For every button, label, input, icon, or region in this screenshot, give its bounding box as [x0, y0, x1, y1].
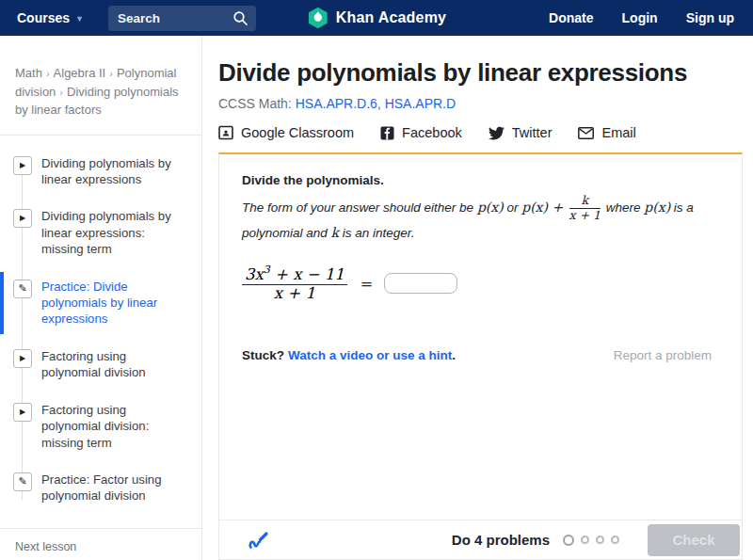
stuck-text: Stuck?Watch a video or use a hint. [242, 346, 456, 363]
top-navbar: Courses ▼ Khan Academy DonateLoginSign u… [0, 0, 753, 36]
share-google-classroom-button[interactable]: Google Classroom [218, 125, 354, 140]
exercise-panel: Divide the polynomials. The form of your… [218, 152, 743, 560]
check-button[interactable]: Check [648, 524, 740, 556]
answer-input[interactable] [384, 273, 457, 294]
stuck-label: Stuck? [242, 348, 284, 362]
ccss-prefix: CCSS Math: [218, 96, 296, 111]
lesson-list: ▶Dividing polynomials by linear expressi… [0, 136, 201, 528]
sidebar-item-label: Practice: Factor using polynomial divisi… [41, 472, 184, 504]
share-label: Email [601, 125, 635, 140]
khan-academy-logo[interactable]: Khan Academy [307, 0, 446, 36]
search-input[interactable] [118, 11, 232, 25]
breadcrumb-link[interactable]: Algebra II [54, 66, 106, 80]
sidebar-item-label: Factoring using polynomial division [41, 348, 184, 381]
instruction-math: p(x) + [521, 200, 567, 215]
sidebar-item-video[interactable]: ▶Factoring using polynomial division: mi… [0, 392, 201, 461]
instruction-math: p(x) [477, 200, 504, 215]
exercise-instruction: The form of your answer should either be… [242, 194, 712, 244]
sidebar-item-video[interactable]: ▶Dividing polynomials by linear expressi… [0, 145, 201, 199]
share-facebook-button[interactable]: Facebook [380, 125, 462, 140]
progress-dot [581, 536, 589, 544]
share-email-button[interactable]: Email [578, 125, 635, 140]
share-label: Facebook [402, 125, 462, 140]
email-icon [578, 127, 594, 139]
sidebar-item-exercise[interactable]: ✎Practice: Divide polynomials by linear … [0, 268, 201, 338]
fraction-denominator: x + 1 [242, 285, 347, 303]
lesson-sidebar: Math›Algebra II›Polynomial division›Divi… [0, 36, 202, 560]
instruction-text: where [602, 200, 644, 215]
play-icon: ▶ [13, 349, 32, 368]
share-twitter-button[interactable]: Twitter [489, 125, 553, 140]
ccss-separator: , [377, 96, 385, 111]
fraction-numerator: 3x3 + x − 11 [242, 264, 347, 285]
progress-dot [611, 536, 619, 544]
hint-period: . [452, 348, 456, 362]
nav-link-login[interactable]: Login [622, 10, 658, 25]
expression-row: 3x3 + x − 11 x + 1 = [242, 264, 712, 303]
breadcrumb: Math›Algebra II›Polynomial division›Divi… [0, 36, 201, 135]
scratchpad-pen-icon [246, 527, 271, 552]
instruction-text: is an integer. [339, 226, 415, 240]
instruction-math: p(x) [644, 200, 670, 215]
sidebar-item-label: Dividing polynomials by linear expressio… [41, 155, 184, 188]
progress-dots [563, 535, 619, 546]
brand-name: Khan Academy [336, 9, 446, 26]
sidebar-item-label: Factoring using polynomial division: mis… [41, 402, 184, 451]
ccss-line: CCSS Math: HSA.APR.D.6, HSA.APR.D [218, 96, 743, 111]
next-lesson-block: Next lesson Polynomial Remainder The... [0, 529, 201, 560]
chevron-down-icon: ▼ [75, 14, 84, 24]
sidebar-item-exercise[interactable]: ✎Practice: Factor using polynomial divis… [0, 461, 201, 515]
sidebar-item-label: Dividing polynomials by linear expressio… [41, 208, 184, 257]
search-box[interactable] [108, 6, 256, 31]
play-icon: ▶ [13, 403, 32, 422]
share-label: Google Classroom [241, 125, 354, 140]
progress-dot [563, 535, 574, 546]
exercise-footer: Do 4 problems Check [219, 520, 742, 559]
chevron-right-icon: › [109, 68, 113, 79]
courses-menu-button[interactable]: Courses ▼ [17, 10, 84, 25]
share-label: Twitter [512, 125, 553, 140]
progress-label: Do 4 problems [452, 532, 550, 548]
sidebar-item-video[interactable]: ▶Factoring using polynomial division [0, 338, 201, 392]
instruction-text: or [504, 200, 522, 215]
progress-dot [596, 536, 604, 544]
main-content: Divide polynomials by linear expressions… [202, 36, 753, 560]
breadcrumb-link[interactable]: Math [15, 66, 42, 80]
ccss-standard-link[interactable]: HSA.APR.D [385, 96, 456, 111]
nav-link-donate[interactable]: Donate [549, 10, 593, 25]
google-classroom-icon [218, 125, 233, 140]
courses-label: Courses [17, 10, 70, 25]
next-lesson-label: Next lesson [15, 540, 186, 553]
pencil-icon: ✎ [13, 280, 32, 298]
exercise-prompt: Divide the polynomials. [242, 173, 712, 187]
pencil-icon: ✎ [13, 472, 32, 491]
play-icon: ▶ [13, 156, 32, 175]
facebook-icon [380, 126, 394, 140]
stuck-row: Stuck?Watch a video or use a hint. Repor… [242, 346, 712, 363]
search-icon[interactable] [232, 10, 248, 26]
report-problem-link[interactable]: Report a problem [614, 348, 712, 362]
expression-fraction: 3x3 + x − 11 x + 1 [242, 264, 347, 303]
khan-academy-page: Courses ▼ Khan Academy DonateLoginSign u… [0, 0, 753, 560]
share-row: Google ClassroomFacebookTwitterEmail [218, 125, 743, 140]
footer-right: Do 4 problems Check [452, 524, 740, 556]
ccss-standard-link[interactable]: HSA.APR.D.6 [296, 96, 377, 111]
sidebar-item-label: Practice: Divide polynomials by linear e… [41, 279, 184, 328]
nav-link-sign-up[interactable]: Sign up [686, 10, 734, 25]
instruction-text: The form of your answer should either be [242, 200, 477, 215]
navbar-links: DonateLoginSign up [549, 10, 734, 25]
twitter-icon [489, 126, 505, 140]
chevron-right-icon: › [46, 68, 50, 79]
khan-logo-icon [307, 7, 329, 29]
page-title: Divide polynomials by linear expressions [218, 58, 743, 88]
instruction-math: k [331, 225, 339, 240]
inline-fraction: kx + 1 [569, 194, 601, 223]
equals-sign: = [360, 275, 373, 293]
scratchpad-button[interactable] [246, 527, 271, 552]
play-icon: ▶ [13, 209, 32, 228]
hint-link[interactable]: Watch a video or use a hint [288, 348, 452, 362]
chevron-right-icon: › [59, 87, 63, 98]
sidebar-item-video[interactable]: ▶Dividing polynomials by linear expressi… [0, 198, 201, 267]
